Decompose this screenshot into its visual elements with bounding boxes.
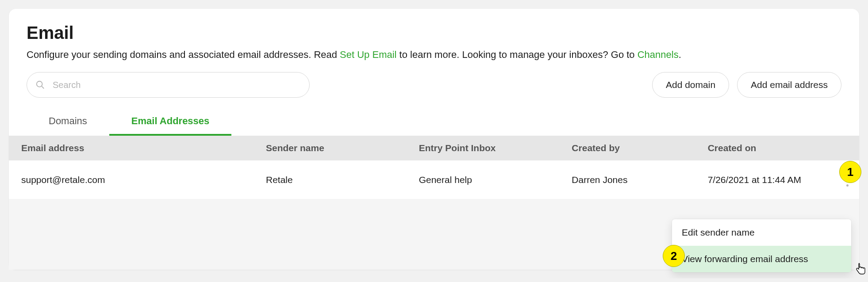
cell-created-by: Darren Jones (561, 160, 697, 199)
menu-item-edit-sender-name[interactable]: Edit sender name (672, 219, 851, 246)
buttons-right: Add domain Add email address (652, 72, 841, 98)
th-created-on: Created on (697, 136, 833, 160)
th-sender-name: Sender name (255, 136, 408, 160)
tabs: Domains Email Addresses (9, 110, 859, 136)
cell-created-on: 7/26/2021 at 11:44 AM (697, 160, 833, 199)
row-menu-dropdown: Edit sender name View forwarding email a… (672, 219, 851, 272)
add-email-address-button[interactable]: Add email address (737, 72, 841, 98)
tab-email-addresses[interactable]: Email Addresses (109, 110, 232, 136)
menu-item-view-forwarding-email[interactable]: View forwarding email address (672, 246, 851, 272)
th-entry-point-inbox: Entry Point Inbox (408, 136, 561, 160)
kebab-dot-icon (846, 184, 849, 187)
annotation-badge-1: 1 (839, 161, 861, 183)
cursor-pointer-icon (856, 263, 866, 275)
setup-email-link[interactable]: Set Up Email (340, 49, 396, 60)
controls-row: Add domain Add email address (27, 72, 841, 98)
cell-sender: Retale (255, 160, 408, 199)
cell-entry: General help (408, 160, 561, 199)
email-settings-card: Email Configure your sending domains and… (9, 9, 859, 270)
page-title: Email (27, 23, 841, 43)
tab-domains[interactable]: Domains (27, 110, 109, 136)
subtitle-text-post: . (679, 49, 681, 60)
svg-point-0 (37, 81, 42, 87)
cell-email: support@retale.com (9, 160, 255, 199)
page-subtitle: Configure your sending domains and assoc… (27, 49, 841, 61)
header: Email Configure your sending domains and… (9, 9, 859, 98)
search-wrap (27, 72, 310, 98)
th-menu (833, 136, 859, 160)
search-input[interactable] (27, 72, 310, 98)
subtitle-text-pre: Configure your sending domains and assoc… (27, 49, 340, 60)
table-header-row: Email address Sender name Entry Point In… (9, 136, 859, 160)
subtitle-text-mid: to learn more. Looking to manage your in… (396, 49, 637, 60)
search-icon (35, 80, 45, 90)
table-row: support@retale.com Retale General help D… (9, 160, 859, 199)
svg-line-1 (42, 86, 44, 88)
th-email-address: Email address (9, 136, 255, 160)
th-created-by: Created by (561, 136, 697, 160)
channels-link[interactable]: Channels (638, 49, 679, 60)
add-domain-button[interactable]: Add domain (652, 72, 729, 98)
annotation-badge-2: 2 (663, 245, 685, 267)
